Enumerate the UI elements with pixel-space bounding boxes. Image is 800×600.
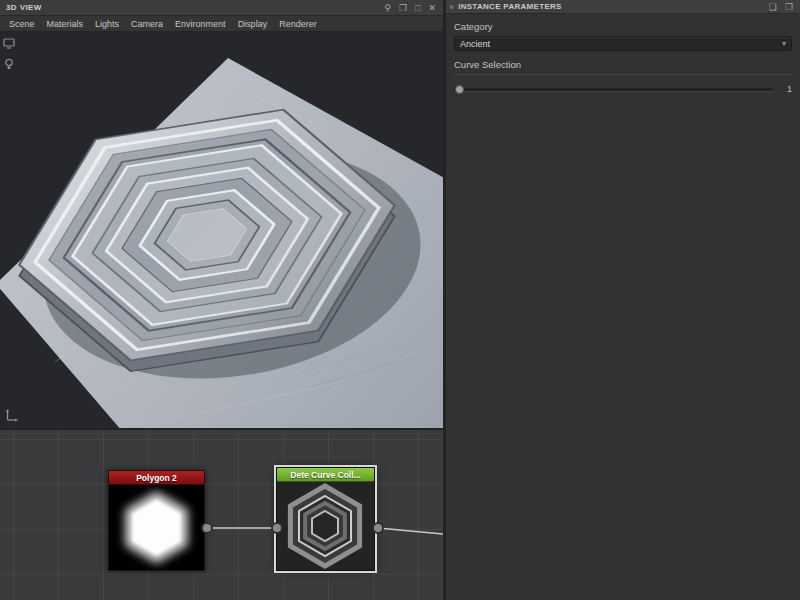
view3d-titlebar: 3D VIEW ⚲ ❐ □ ✕: [0, 0, 443, 16]
menu-environment[interactable]: Environment: [169, 16, 232, 32]
node-graph-canvas[interactable]: Polygon 2 Dete Curve Coll...: [0, 428, 443, 600]
node-polygon-2-header: Polygon 2: [109, 471, 204, 485]
curve-selection-slider[interactable]: [454, 88, 773, 91]
menu-materials[interactable]: Materials: [41, 16, 90, 32]
axis-gizmo-icon: [4, 408, 19, 423]
maximize-icon[interactable]: □: [415, 0, 420, 16]
wire-curve-to-output: [378, 528, 443, 534]
viewport-3d[interactable]: [0, 32, 443, 428]
viewport-toolbar: [3, 38, 15, 70]
graph-wires-layer: [0, 430, 443, 600]
view3d-titlebar-icons: ⚲ ❐ □ ✕: [384, 0, 443, 16]
menu-camera[interactable]: Camera: [125, 16, 169, 32]
node-dete-curve-header: Dete Curve Coll...: [277, 468, 374, 482]
node-dete-curve-label: Dete Curve Coll...: [290, 470, 360, 480]
light-bulb-icon[interactable]: [3, 58, 15, 70]
doc-copy-icon[interactable]: ❐: [785, 0, 793, 15]
doc-new-icon[interactable]: ❏: [769, 0, 777, 15]
curve-selection-slider-row: 1: [454, 84, 792, 94]
curve-selection-slider-handle[interactable]: [455, 85, 464, 94]
instance-parameters-panel: ∨ INSTANCE PARAMETERS ❏ ❐ Category Ancie…: [446, 0, 800, 600]
node-polygon-2-thumbnail: [109, 485, 204, 570]
view3d-title: 3D VIEW: [0, 3, 384, 12]
view3d-menubar: Scene Materials Lights Camera Environmen…: [0, 16, 443, 32]
menu-renderer[interactable]: Renderer: [273, 16, 323, 32]
menu-scene[interactable]: Scene: [3, 16, 41, 32]
chevron-down-icon[interactable]: ∨: [446, 3, 458, 11]
node-dete-curve-thumbnail: [277, 482, 374, 570]
instance-parameters-header: ∨ INSTANCE PARAMETERS ❏ ❐: [446, 0, 800, 14]
menu-lights[interactable]: Lights: [89, 16, 125, 32]
display-mode-icon[interactable]: [3, 38, 15, 49]
node-dete-curve-collision[interactable]: Dete Curve Coll...: [276, 467, 375, 571]
node-polygon-2[interactable]: Polygon 2: [108, 470, 205, 571]
instance-parameters-body: Category Ancient ▾ Curve Selection 1: [446, 14, 800, 94]
curve-selection-value[interactable]: 1: [778, 84, 792, 94]
category-dropdown[interactable]: Ancient ▾: [454, 36, 792, 51]
category-label: Category: [454, 21, 792, 32]
menu-display[interactable]: Display: [232, 16, 274, 32]
instance-parameters-header-icons: ❏ ❐: [769, 0, 800, 15]
curve-selection-label: Curve Selection: [454, 59, 792, 70]
section-divider: [454, 74, 792, 75]
render-3d-hexagon-plate: [0, 32, 443, 428]
close-icon[interactable]: ✕: [428, 0, 436, 16]
caret-down-icon: ▾: [782, 39, 786, 48]
instance-parameters-title: INSTANCE PARAMETERS: [458, 2, 769, 11]
node-polygon-2-label: Polygon 2: [136, 473, 177, 483]
popout-icon[interactable]: ❐: [399, 0, 407, 16]
category-dropdown-value: Ancient: [460, 39, 490, 49]
pin-icon[interactable]: ⚲: [384, 0, 391, 16]
app-window: 3D VIEW ⚲ ❐ □ ✕ Scene Materials Lights C…: [0, 0, 800, 600]
